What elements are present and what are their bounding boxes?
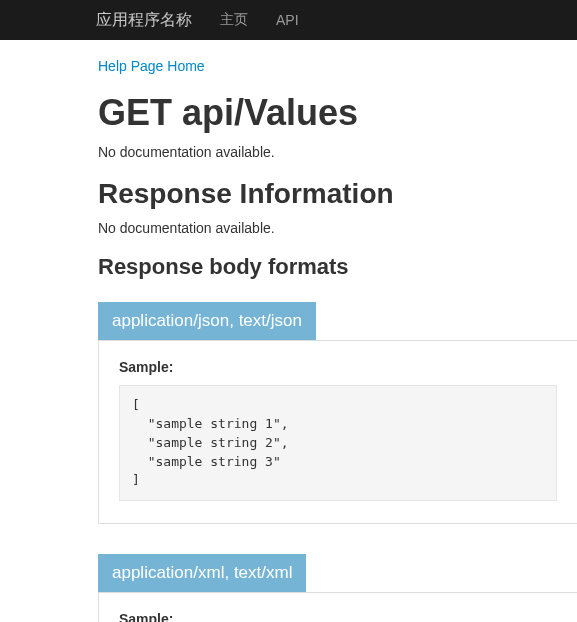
format-block-json: application/json, text/json Sample: [ "s… <box>98 302 577 524</box>
page-title: GET api/Values <box>98 92 577 134</box>
navbar: 应用程序名称 主页 API <box>0 0 577 40</box>
navbar-brand[interactable]: 应用程序名称 <box>96 10 192 31</box>
format-body-xml: Sample: <box>98 592 577 622</box>
format-block-xml: application/xml, text/xml Sample: <box>98 554 577 622</box>
page-description: No documentation available. <box>98 144 577 160</box>
response-info-desc: No documentation available. <box>98 220 577 236</box>
response-info-heading: Response Information <box>98 178 577 210</box>
format-body-json: Sample: [ "sample string 1", "sample str… <box>98 340 577 524</box>
body-formats-heading: Response body formats <box>98 254 577 280</box>
sample-label: Sample: <box>119 611 557 622</box>
format-header-json: application/json, text/json <box>98 302 316 340</box>
content: Help Page Home GET api/Values No documen… <box>0 40 577 622</box>
sample-label: Sample: <box>119 359 557 375</box>
navbar-link-home[interactable]: 主页 <box>220 11 248 29</box>
format-header-xml: application/xml, text/xml <box>98 554 306 592</box>
code-sample-json: [ "sample string 1", "sample string 2", … <box>119 385 557 501</box>
breadcrumb-home-link[interactable]: Help Page Home <box>98 58 205 74</box>
navbar-link-api[interactable]: API <box>276 12 299 28</box>
